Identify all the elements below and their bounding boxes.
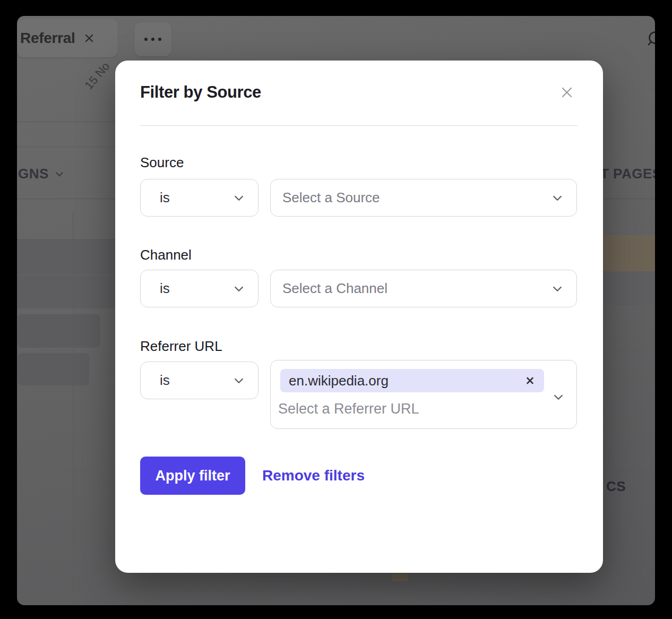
table-row	[17, 239, 116, 308]
chevron-down-icon	[232, 192, 245, 204]
chart-gridline	[17, 122, 116, 122]
channel-field-label: Channel	[140, 247, 192, 263]
remove-tag-icon[interactable]	[525, 376, 535, 385]
referrer-url-field-label: Referrer URL	[140, 338, 222, 355]
source-operator-select[interactable]: is	[140, 179, 259, 217]
source-field-label: Source	[140, 154, 184, 171]
favicon-placeholder	[392, 574, 408, 581]
card-edge	[370, 573, 371, 595]
table-row	[603, 271, 655, 305]
filter-chip-label: Referral	[20, 30, 75, 47]
left-table-header: GNS	[18, 166, 65, 182]
chevron-down-icon	[551, 192, 564, 204]
divider	[140, 125, 578, 126]
chart-date-tick-label: 15 No	[82, 59, 113, 92]
chart-gridline	[17, 147, 116, 147]
highlighted-table-row	[603, 235, 655, 271]
chevron-down-icon	[552, 391, 565, 403]
search-icon[interactable]	[647, 31, 655, 49]
close-icon[interactable]	[559, 84, 575, 100]
channel-value-select[interactable]: Select a Channel	[270, 270, 577, 307]
apply-filter-button[interactable]: Apply filter	[140, 457, 245, 495]
modal-title: Filter by Source	[140, 83, 261, 102]
chevron-down-icon	[232, 282, 245, 295]
channel-operator-select[interactable]: is	[140, 270, 259, 307]
card-bottom-edge	[370, 595, 624, 596]
table-row	[18, 353, 89, 385]
right-table-header: T PAGES	[600, 166, 655, 182]
partial-heading-text: CS	[606, 478, 626, 495]
selected-referrer-tag: en.wikipedia.org	[280, 369, 544, 392]
referrer-value-multiselect[interactable]: en.wikipedia.org Select a Referrer URL	[270, 360, 577, 429]
remove-filters-link[interactable]: Remove filters	[262, 457, 365, 495]
more-options-button[interactable]	[134, 22, 171, 56]
chevron-down-icon	[54, 169, 65, 179]
remove-chip-icon[interactable]	[83, 32, 95, 44]
active-filter-chip[interactable]: Referral	[17, 19, 118, 57]
filter-modal: Filter by Source Source is Select a Sour…	[115, 61, 603, 573]
referrer-operator-select[interactable]: is	[140, 362, 259, 399]
source-value-select[interactable]: Select a Source	[270, 179, 577, 217]
chevron-down-icon	[232, 374, 245, 387]
table-row	[18, 314, 100, 348]
chevron-down-icon	[551, 282, 564, 295]
row-divider	[17, 274, 116, 275]
referrer-placeholder: Select a Referrer URL	[278, 401, 419, 417]
ellipsis-icon	[144, 38, 148, 41]
card-edge	[73, 212, 73, 596]
